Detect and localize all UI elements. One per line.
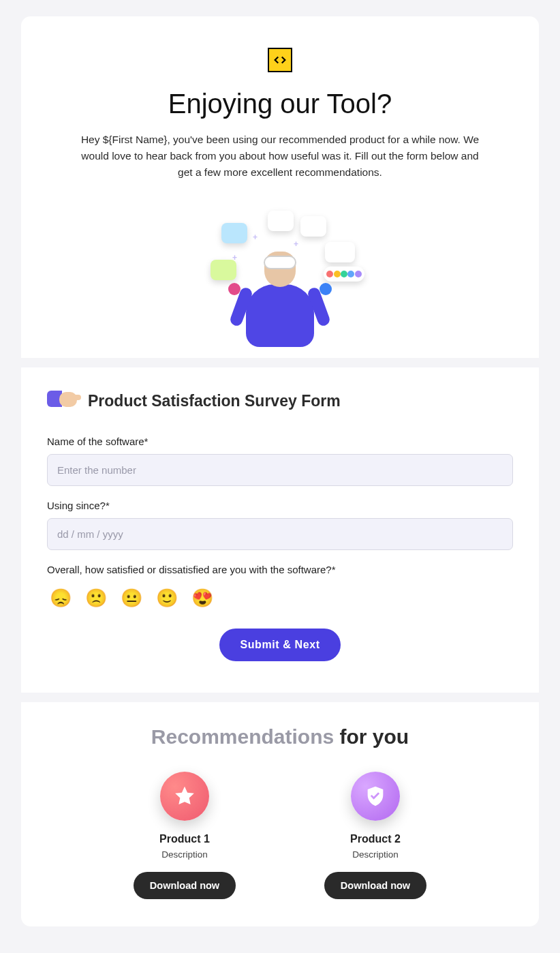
product-2-title: Product 2 — [350, 833, 401, 845]
product-card-1: Product 1 Description Download now — [116, 772, 253, 899]
brand-logo — [47, 48, 513, 72]
page-title: Enjoying our Tool? — [47, 89, 513, 119]
recommendations-section: Recommendations for you Product 1 Descri… — [31, 702, 529, 916]
product-1-title: Product 1 — [159, 833, 210, 845]
form-title: Product Satisfaction Survey Form — [88, 392, 341, 410]
product-card-2: Product 2 Description Download now — [307, 772, 444, 899]
field-satisfaction: Overall, how satisfied or dissatisfied a… — [47, 564, 513, 608]
hero-illustration: + + + — [191, 204, 369, 347]
field-software-name: Name of the software* — [47, 436, 513, 486]
software-name-input[interactable] — [47, 454, 513, 486]
emoji-satisfied[interactable]: 🙂 — [156, 588, 176, 608]
software-name-label: Name of the software* — [47, 436, 513, 447]
emoji-very-dissatisfied[interactable]: 😞 — [50, 588, 70, 608]
recommendations-title-rest: for you — [334, 725, 409, 748]
product-1-download-button[interactable]: Download now — [134, 872, 236, 899]
emoji-dissatisfied[interactable]: 🙁 — [85, 588, 106, 608]
shield-check-icon — [351, 772, 400, 821]
survey-form-section: Product Satisfaction Survey Form Name of… — [31, 367, 529, 682]
product-2-download-button[interactable]: Download now — [324, 872, 426, 899]
emoji-neutral[interactable]: 😐 — [121, 588, 141, 608]
product-2-desc: Description — [352, 849, 399, 860]
field-using-since: Using since?* — [47, 500, 513, 550]
satisfaction-label: Overall, how satisfied or dissatisfied a… — [47, 564, 513, 575]
form-header: Product Satisfaction Survey Form — [47, 385, 513, 417]
product-1-desc: Description — [161, 849, 208, 860]
code-icon — [268, 48, 292, 72]
star-icon — [160, 772, 209, 821]
using-since-input[interactable] — [47, 518, 513, 550]
using-since-label: Using since?* — [47, 500, 513, 511]
email-template: Enjoying our Tool? Hey ${First Name}, yo… — [21, 16, 539, 926]
products-row: Product 1 Description Download now Produ… — [47, 772, 513, 899]
pointing-hand-icon — [47, 385, 78, 417]
emoji-very-satisfied[interactable]: 😍 — [191, 588, 212, 608]
emoji-rating-row: 😞 🙁 😐 🙂 😍 — [47, 582, 513, 608]
intro-text: Hey ${First Name}, you've been using our… — [79, 132, 481, 181]
recommendations-title: Recommendations for you — [47, 725, 513, 748]
header-section: Enjoying our Tool? Hey ${First Name}, yo… — [31, 26, 529, 347]
recommendations-title-accent: Recommendations — [151, 725, 334, 748]
submit-button[interactable]: Submit & Next — [219, 629, 340, 661]
